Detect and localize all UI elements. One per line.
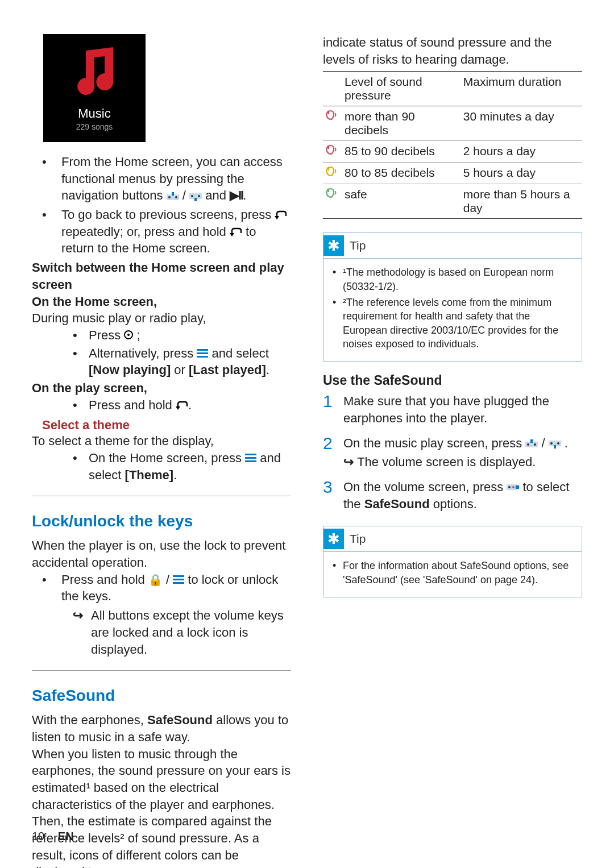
last-played-label: [Last played]: [189, 363, 266, 377]
table-row: safemore than 5 hours a day: [323, 184, 582, 219]
music-tile: Music 229 songs: [43, 34, 146, 142]
lock-intro: When the player is on, use the lock to p…: [32, 537, 291, 571]
safesound-cont: indicate status of sound pressure and th…: [323, 34, 582, 68]
sound-table: Level of sound pressure Maximum duration…: [323, 71, 582, 219]
safesound-heading: SafeSound: [32, 670, 291, 705]
back-icon: [275, 210, 287, 221]
theme-label: [Theme]: [125, 468, 174, 482]
select-theme-intro: To select a theme for the display,: [32, 433, 291, 450]
cell-duration: 30 minutes a day: [461, 106, 582, 141]
dpad-down-icon: [549, 439, 561, 448]
target-icon: [124, 330, 133, 339]
menu-icon: [173, 575, 184, 584]
step-text: On the volume screen, press to select th…: [343, 480, 569, 511]
cell-level: 80 to 85 decibels: [342, 163, 461, 184]
page-number: 10: [32, 830, 44, 842]
back-icon: [230, 227, 242, 238]
bullet-alt-press: Alternatively, press and select [Now pla…: [73, 345, 291, 379]
step-item: 1Make sure that you have plugged the ear…: [323, 393, 582, 426]
text: Press and hold: [61, 572, 148, 587]
text: To go back to previous screens, press: [61, 207, 275, 222]
on-play-label: On the play screen,: [32, 380, 291, 397]
bullet-lock-step: Press and hold 🔒 / to lock or unlock the…: [42, 571, 291, 605]
tip-item: For the information about SafeSound opti…: [333, 559, 572, 587]
now-playing-label: [Now playing]: [89, 363, 171, 377]
tip-star-icon: ✱: [323, 235, 344, 256]
tip-label: Tip: [350, 239, 366, 252]
cell-duration: 2 hours a day: [461, 141, 582, 163]
bullet-home-access: From the Home screen, you can access fun…: [42, 153, 291, 204]
tip-item: ¹The methodology is based on European no…: [333, 265, 572, 293]
on-home-label: On the Home screen,: [32, 293, 291, 310]
text: On the Home screen, press: [89, 451, 245, 465]
tip-box-2: ✱ Tip For the information about SafeSoun…: [323, 526, 582, 597]
lock-icon: 🔒: [148, 574, 163, 586]
music-tile-sub: 229 songs: [76, 122, 113, 131]
lock-heading: Lock/unlock the keys: [32, 496, 291, 530]
table-header-duration: Maximum duration: [461, 72, 582, 106]
safesound-p1: With the earphones, SafeSound allows you…: [32, 712, 291, 745]
tip-star-icon: ✱: [323, 529, 344, 549]
text: or: [174, 363, 185, 377]
cell-level: more than 90 decibels: [342, 106, 461, 141]
ear-icon: [325, 144, 338, 156]
cell-duration: more than 5 hours a day: [461, 184, 582, 219]
step-item: 2On the music play screen, press / .The …: [323, 435, 582, 471]
ear-icon: [325, 166, 338, 177]
step-number: 3: [323, 479, 335, 512]
bullet-go-back: To go back to previous screens, press re…: [42, 206, 291, 257]
table-row: 80 to 85 decibels5 hours a day: [323, 163, 582, 184]
text: Alternatively, press: [89, 346, 197, 360]
table-row: 85 to 90 decibels2 hours a day: [323, 141, 582, 163]
use-safesound-heading: Use the SafeSound: [323, 373, 582, 388]
ear-icon: [325, 188, 338, 199]
lock-result: All buttons except the volume keys are l…: [73, 607, 291, 658]
safesound-p2: When you listen to music through the ear…: [32, 746, 291, 868]
text: and select: [211, 346, 268, 360]
text: With the earphones,: [32, 713, 147, 727]
step-number: 1: [323, 393, 335, 426]
switch-heading: Switch between the Home screen and play …: [32, 259, 291, 293]
during-text: During music play or radio play,: [32, 310, 291, 327]
page-lang: EN: [58, 830, 74, 842]
music-tile-label: Music: [78, 106, 110, 121]
bullet-press-hold-back: Press and hold .: [73, 397, 291, 414]
right-column: indicate status of sound pressure and th…: [323, 34, 582, 868]
step-item: 3On the volume screen, press to select t…: [323, 479, 582, 512]
dpad-right-icon: [507, 483, 519, 492]
step-number: 2: [323, 435, 335, 471]
safesound-bold: SafeSound: [147, 713, 213, 727]
table-header-level: Level of sound pressure: [342, 72, 461, 106]
tip-label: Tip: [350, 532, 366, 546]
tip-box-1: ✱ Tip ¹The methodology is based on Europ…: [323, 232, 582, 362]
cell-duration: 5 hours a day: [461, 163, 582, 184]
cell-level: safe: [342, 184, 461, 219]
menu-icon: [197, 349, 208, 358]
cell-level: 85 to 90 decibels: [342, 141, 461, 163]
play-pause-icon: ▶II: [230, 188, 243, 202]
left-column: Music 229 songs From the Home screen, yo…: [32, 34, 291, 868]
dpad-up-icon: [525, 439, 538, 448]
back-icon: [176, 401, 188, 411]
select-theme-heading: Select a theme: [42, 418, 291, 433]
menu-icon: [245, 454, 256, 463]
text: and: [205, 188, 230, 202]
bullet-theme-step: On the Home screen, press and select [Th…: [73, 450, 291, 483]
step-text: Make sure that you have plugged the earp…: [343, 394, 549, 425]
text: repeatedly; or, press and hold: [61, 225, 230, 239]
page-footer: 10 EN: [32, 830, 74, 843]
dpad-down-icon: [189, 192, 202, 201]
bullet-press-target: Press ;: [73, 327, 291, 344]
step-sub: The volume screen is displayed.: [343, 454, 568, 471]
dpad-up-icon: [167, 192, 179, 201]
text: Press and hold: [89, 398, 176, 412]
step-text: On the music play screen, press / .: [343, 436, 568, 450]
text: ;: [136, 328, 140, 342]
ear-icon: [325, 110, 338, 121]
music-note-icon: [69, 45, 120, 96]
tip-item: ²The reference levels come from the mini…: [333, 296, 572, 351]
text: Press: [89, 328, 124, 342]
table-row: more than 90 decibels30 minutes a day: [323, 106, 582, 141]
